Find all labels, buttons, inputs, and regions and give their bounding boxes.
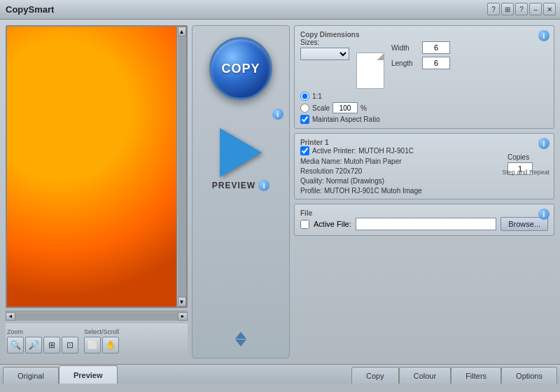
scroll-track-bottom	[15, 312, 178, 321]
aspect-checkbox[interactable]	[300, 115, 309, 124]
active-file-checkbox[interactable]	[300, 220, 309, 229]
scale-label: Scale	[312, 104, 330, 112]
preview-label-row: PREVIEW i	[212, 180, 270, 191]
scale-radio[interactable]	[300, 104, 309, 113]
title-bar: CopySmart ? ⊞ ? – ✕	[0, 0, 560, 20]
file-path-input[interactable]	[356, 218, 496, 230]
scroll-right-btn[interactable]: ►	[178, 312, 188, 321]
scale-row: Scale %	[300, 102, 548, 113]
scale-section: 1:1 Scale % Maintain Aspect Ratio	[300, 92, 548, 124]
paper-corner	[377, 53, 384, 60]
active-printer-value: MUTOH RJ-901C	[358, 147, 414, 155]
copy-info-icon[interactable]: i	[272, 108, 284, 120]
file-inner: Active File: Browse...	[300, 217, 548, 231]
image-display	[7, 27, 186, 307]
length-input[interactable]	[422, 57, 450, 69]
title-buttons: ? ⊞ ? – ✕	[487, 3, 556, 15]
zoom-tools: 🔍 🔎 ⊞ ⊡	[7, 337, 78, 354]
dims-inner: Sizes: Width Length	[300, 38, 548, 89]
copy-dimensions-panel: Copy Dimensions i Sizes: Width Length	[294, 25, 554, 129]
select-tools: ⬜ ✋	[84, 337, 119, 354]
width-label: Width	[391, 44, 419, 52]
tab-original[interactable]: Original	[3, 367, 59, 384]
scroll-down-btn[interactable]: ▼	[178, 297, 186, 307]
step-repeat-label[interactable]: Step and Repeat	[502, 169, 550, 176]
width-row: Width	[391, 41, 450, 54]
preview-section: PREVIEW i	[212, 128, 270, 191]
tab-bar: Original Preview Copy Colour Filters Opt…	[0, 364, 560, 384]
width-input[interactable]	[422, 41, 450, 54]
zoom-actual-btn[interactable]: ⊡	[62, 337, 78, 354]
active-file-label: Active File:	[314, 220, 351, 228]
info2-btn[interactable]: ?	[515, 3, 528, 15]
sizes-section: Sizes:	[300, 38, 349, 60]
sizes-select[interactable]	[300, 48, 349, 60]
info-btn[interactable]: ⊞	[501, 3, 514, 15]
file-title: File	[300, 209, 312, 217]
right-panel: Copy Dimensions i Sizes: Width Length	[294, 25, 554, 358]
zoom-section: Zoom 🔍 🔎 ⊞ ⊡	[7, 328, 78, 354]
select-section: Select/Scroll ⬜ ✋	[84, 328, 119, 354]
tab-filters[interactable]: Filters	[451, 367, 501, 384]
copy-dims-info-icon[interactable]: i	[538, 30, 550, 41]
dims-fields: Width Length	[391, 41, 450, 69]
file-panel: File i Active File: Browse...	[294, 204, 554, 236]
scrollbar-bottom: ◄ ►	[6, 311, 188, 321]
copy-dimensions-title: Copy Dimensions	[300, 31, 359, 38]
image-container: ▲ ▼	[6, 25, 188, 308]
printer-title: Printer 1	[300, 139, 329, 146]
paper-icon	[356, 52, 384, 89]
main-content: ▲ ▼ ◄ ► Zoom 🔍 🔎 ⊞ ⊡ Select/Scroll	[0, 20, 560, 364]
scroll-up-btn[interactable]: ▲	[178, 27, 186, 36]
app-title: CopySmart	[6, 4, 54, 15]
tab-preview[interactable]: Preview	[59, 365, 118, 384]
scale-unit: %	[360, 104, 367, 112]
printer-info-icon[interactable]: i	[538, 138, 550, 149]
nav-arrows	[235, 332, 246, 346]
scroll-left-btn[interactable]: ◄	[6, 312, 15, 321]
preview-button[interactable]	[220, 128, 262, 177]
length-label: Length	[391, 59, 419, 67]
zoom-label: Zoom	[7, 328, 78, 335]
aspect-label: Maintain Aspect Ratio	[312, 115, 380, 123]
sizes-label: Sizes:	[300, 38, 349, 46]
select-pan-btn[interactable]: ✋	[102, 337, 119, 354]
ratio-label: 1:1	[312, 92, 322, 100]
tab-copy[interactable]: Copy	[351, 367, 399, 384]
zoom-fit-btn[interactable]: ⊞	[43, 337, 60, 354]
select-label: Select/Scroll	[84, 328, 119, 335]
ratio-radio[interactable]	[300, 92, 309, 101]
tab-options[interactable]: Options	[501, 367, 557, 384]
copies-label: Copies	[507, 153, 533, 161]
middle-panel: COPY i PREVIEW i	[192, 25, 290, 358]
minimize-btn[interactable]: –	[529, 3, 542, 15]
scale-input[interactable]	[332, 102, 358, 113]
ratio-row: 1:1	[300, 92, 548, 101]
preview-label: PREVIEW	[212, 181, 255, 190]
quality: Quality: Normal (Drawings)	[300, 177, 548, 185]
active-printer-checkbox[interactable]	[300, 146, 309, 155]
file-info-icon[interactable]: i	[538, 209, 550, 220]
left-panel: ▲ ▼ ◄ ► Zoom 🔍 🔎 ⊞ ⊡ Select/Scroll	[6, 25, 188, 358]
aspect-row: Maintain Aspect Ratio	[300, 115, 548, 124]
copy-button[interactable]: COPY	[209, 37, 272, 100]
profile: Profile: MUTOH RJ-901C Mutoh Image	[300, 187, 548, 195]
active-printer-label: Active Printer:	[312, 147, 356, 155]
preview-info-icon[interactable]: i	[258, 180, 270, 191]
help-btn[interactable]: ?	[487, 3, 500, 15]
length-row: Length	[391, 57, 450, 69]
scrollbar-right: ▲ ▼	[176, 27, 186, 307]
printer-panel: Printer 1 i Active Printer: MUTOH RJ-901…	[294, 133, 554, 200]
zoom-in-btn[interactable]: 🔍	[7, 337, 24, 354]
zoom-out-btn[interactable]: 🔎	[25, 337, 42, 354]
tab-colour[interactable]: Colour	[399, 367, 451, 384]
scroll-track-right	[178, 36, 186, 297]
select-rect-btn[interactable]: ⬜	[84, 337, 101, 354]
zoom-bar: Zoom 🔍 🔎 ⊞ ⊡ Select/Scroll ⬜ ✋	[6, 323, 188, 358]
nav-down-btn[interactable]	[235, 340, 246, 346]
close-btn[interactable]: ✕	[543, 3, 556, 15]
nav-up-btn[interactable]	[235, 332, 246, 339]
